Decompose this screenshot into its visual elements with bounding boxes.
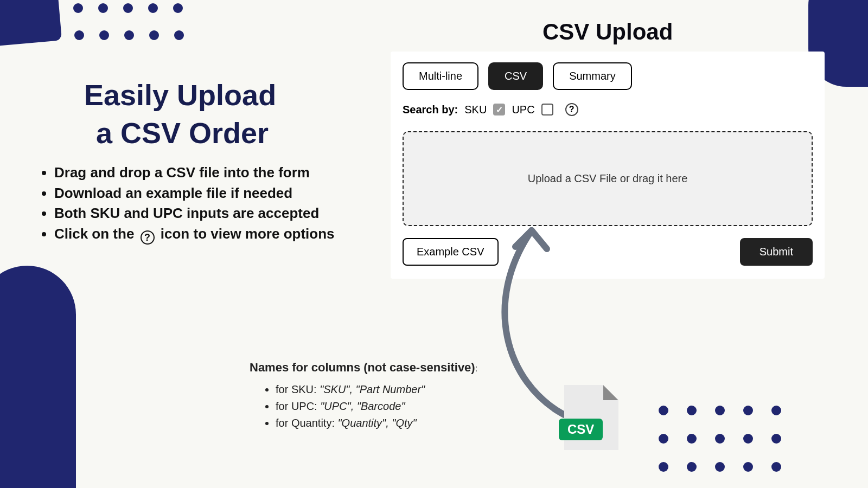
upc-checkbox[interactable]: [541, 104, 553, 115]
csv-file-label: CSV: [559, 419, 603, 440]
page-title-line-2: a CSV Order: [96, 114, 276, 152]
decor-dots-top-row-2: [74, 30, 199, 42]
feature-item: Drag and drop a CSV file into the form: [54, 163, 335, 183]
tab-summary[interactable]: Summary: [553, 62, 632, 90]
sku-checkbox[interactable]: ✓: [493, 104, 505, 115]
help-icon[interactable]: ?: [565, 103, 578, 116]
submit-button[interactable]: Submit: [740, 238, 813, 266]
decor-dots-top-row-1: [73, 3, 198, 15]
panel-heading: CSV Upload: [542, 19, 673, 45]
column-names-note: Names for columns (not case-sensitive): …: [250, 361, 510, 432]
csv-file-icon: CSV: [564, 385, 618, 450]
note-row-label: for SKU:: [276, 383, 320, 395]
feature-item: Download an example file if needed: [54, 183, 335, 204]
feature-list: Drag and drop a CSV file into the form D…: [38, 163, 335, 245]
dropzone-text: Upload a CSV File or drag it here: [528, 172, 688, 185]
feature-item: Click on the ? icon to view more options: [54, 224, 335, 245]
note-row-label: for Quantity:: [276, 417, 338, 429]
decor-corner-bottom-left: [0, 266, 76, 488]
help-icon: ?: [141, 230, 155, 245]
tab-multiline[interactable]: Multi-line: [403, 62, 478, 90]
decor-corner-top-left: [0, 0, 62, 46]
feature-item-text: icon to view more options: [157, 226, 335, 242]
tab-csv[interactable]: CSV: [488, 62, 543, 90]
note-row-upc: for UPC: "UPC", "Barcode": [276, 398, 510, 415]
csv-upload-panel: Multi-line CSV Summary Search by: SKU ✓ …: [391, 52, 825, 279]
decor-dots-bottom-right: [659, 406, 781, 472]
page-title: Easily Upload a CSV Order: [84, 76, 276, 152]
note-title: Names for columns (not case-sensitive):: [250, 361, 510, 375]
example-csv-button[interactable]: Example CSV: [403, 238, 499, 266]
search-by-sku-label: SKU: [464, 104, 487, 116]
note-row-values: "Quantity", "Qty": [338, 417, 417, 429]
csv-dropzone[interactable]: Upload a CSV File or drag it here: [403, 131, 813, 226]
note-row-values: "UPC", "Barcode": [320, 400, 405, 412]
search-by-upc-label: UPC: [512, 104, 534, 116]
note-title-colon: :: [475, 364, 477, 373]
page-title-line-1: Easily Upload: [84, 79, 276, 111]
note-title-text: Names for columns (not case-sensitive): [250, 361, 475, 374]
note-row-label: for UPC:: [276, 400, 320, 412]
note-row-values: "SKU", "Part Number": [320, 383, 425, 395]
note-row-qty: for Quantity: "Quantity", "Qty": [276, 415, 510, 432]
search-by-row: Search by: SKU ✓ UPC ?: [403, 103, 813, 116]
feature-item: Both SKU and UPC inputs are accepted: [54, 203, 335, 224]
upload-mode-tabs: Multi-line CSV Summary: [403, 62, 813, 90]
panel-actions: Example CSV Submit: [403, 238, 813, 266]
feature-item-text: Click on the: [54, 226, 138, 242]
note-row-sku: for SKU: "SKU", "Part Number": [276, 381, 510, 398]
search-by-label: Search by:: [403, 104, 458, 116]
